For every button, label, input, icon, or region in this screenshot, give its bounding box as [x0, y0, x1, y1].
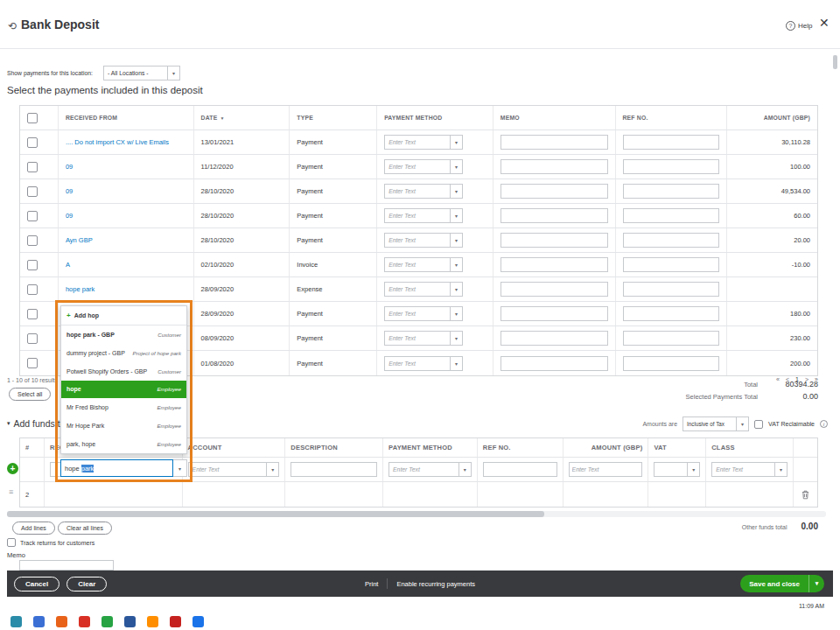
row-checkbox[interactable] — [27, 235, 38, 246]
track-returns-checkbox[interactable] — [7, 538, 16, 547]
row-checkbox[interactable] — [27, 284, 38, 295]
close-icon[interactable]: ✕ — [819, 16, 830, 30]
ref-input[interactable] — [623, 282, 720, 297]
horizontal-scrollbar[interactable] — [7, 511, 826, 517]
memo-input[interactable] — [500, 356, 608, 371]
ref-input[interactable] — [623, 233, 720, 248]
account-select[interactable]: Enter Text▾ — [188, 462, 280, 477]
add-row-icon[interactable]: + — [7, 463, 18, 474]
received-from-link[interactable]: A — [59, 253, 194, 276]
dropdown-option[interactable]: Potwell Shopify Orders - GBP Customer — [61, 362, 186, 381]
class-select[interactable]: Enter Text▾ — [711, 462, 788, 477]
taskbar-app-icon[interactable] — [170, 616, 181, 627]
received-from-link[interactable]: Ayn GBP — [59, 228, 194, 252]
row-checkbox[interactable] — [27, 260, 38, 270]
memo-input[interactable] — [500, 306, 608, 321]
vat-select[interactable]: ▾ — [654, 462, 700, 477]
taskbar-app-icon[interactable] — [56, 616, 67, 627]
payment-method-select[interactable]: Enter Text▾ — [384, 184, 463, 199]
select-all-button[interactable]: Select all — [9, 388, 51, 401]
taskbar-app-icon[interactable] — [33, 616, 45, 627]
amounts-are-select[interactable]: Inclusive of Tax▾ — [682, 416, 749, 431]
description-input[interactable] — [290, 462, 377, 477]
payment-method-select[interactable]: Enter Text▾ — [384, 159, 463, 174]
clear-button[interactable]: Clear — [66, 577, 107, 592]
received-from-link[interactable]: 09 — [59, 204, 194, 228]
payment-method-select[interactable]: Enter Text▾ — [388, 462, 472, 477]
ref-input[interactable] — [623, 306, 720, 321]
dropdown-option-selected[interactable]: hope Employee — [61, 381, 186, 399]
print-button[interactable]: Print — [365, 580, 378, 588]
payment-method-select[interactable]: Enter Text▾ — [384, 306, 463, 321]
memo-input[interactable] — [500, 233, 608, 248]
dropdown-option[interactable]: Mr Hope Park Employee — [61, 416, 186, 435]
dropdown-option[interactable]: park, hope Employee — [61, 435, 186, 453]
payment-method-select[interactable]: Enter Text▾ — [384, 257, 463, 272]
col-date[interactable]: DATE▼ — [194, 106, 290, 130]
chevron-down-icon[interactable]: ▾ — [808, 575, 824, 592]
row-checkbox[interactable] — [27, 137, 38, 148]
save-and-close-button[interactable]: Save and close ▾ — [740, 575, 824, 592]
dropdown-option[interactable]: hope park - GBP Customer — [61, 326, 186, 344]
amount-input[interactable] — [569, 462, 643, 477]
chevron-down-icon[interactable]: ▾ — [173, 459, 187, 477]
dropdown-option[interactable]: Mr Fred Bishop Employee — [61, 398, 186, 416]
recurring-payments-button[interactable]: Enable recurring payments — [396, 580, 475, 588]
received-from-link[interactable]: hope park — [59, 277, 194, 301]
memo-input[interactable] — [500, 159, 608, 174]
received-from-link[interactable]: .... Do not import CX w/ Live Emails — [59, 130, 194, 154]
ref-input[interactable] — [623, 331, 720, 346]
vat-reclaimable-checkbox[interactable] — [754, 420, 763, 429]
delete-row-button[interactable] — [794, 482, 817, 507]
payment-method-select[interactable]: Enter Text▾ — [384, 135, 463, 150]
select-all-checkbox[interactable] — [27, 113, 38, 123]
row-checkbox[interactable] — [27, 309, 38, 319]
memo-input[interactable] — [500, 257, 608, 272]
payment-method-select[interactable]: Enter Text▾ — [384, 282, 463, 297]
memo-input[interactable] — [500, 208, 608, 223]
received-from-link[interactable]: 09 — [59, 155, 194, 178]
payment-method-select[interactable]: Enter Text▾ — [384, 331, 463, 346]
ref-input[interactable] — [623, 208, 720, 223]
info-icon[interactable]: i — [820, 420, 828, 428]
taskbar-app-icon[interactable] — [147, 616, 158, 627]
memo-textarea[interactable] — [19, 560, 114, 570]
memo-input[interactable] — [500, 331, 608, 346]
dropdown-option[interactable]: dummy project - GBP Project of hope park — [61, 344, 186, 362]
ref-input[interactable] — [623, 135, 720, 150]
ref-input[interactable] — [623, 184, 720, 199]
received-from-link[interactable]: 09 — [59, 179, 194, 203]
taskbar-app-icon[interactable] — [124, 616, 136, 627]
row-checkbox[interactable] — [27, 358, 38, 368]
drag-handle-icon[interactable]: ≡ — [9, 487, 13, 496]
vertical-scrollbar[interactable] — [833, 55, 837, 69]
add-new-option[interactable]: +Add hop — [61, 306, 186, 326]
col-account: ACCOUNT — [183, 438, 286, 457]
row-checkbox[interactable] — [27, 333, 38, 344]
payment-method-select[interactable]: Enter Text▾ — [384, 356, 463, 371]
ref-input[interactable] — [623, 257, 720, 272]
add-lines-button[interactable]: Add lines — [12, 522, 55, 535]
memo-input[interactable] — [500, 282, 608, 297]
name-input[interactable]: hope park — [60, 459, 173, 477]
taskbar-app-icon[interactable] — [10, 616, 22, 627]
name-dropdown-list: +Add hop hope park - GBP Customer dummy … — [60, 305, 187, 454]
row-checkbox[interactable] — [27, 162, 38, 172]
ref-input[interactable] — [623, 159, 720, 174]
row-checkbox[interactable] — [27, 186, 38, 197]
payment-method-select[interactable]: Enter Text▾ — [384, 208, 463, 223]
cancel-button[interactable]: Cancel — [14, 577, 60, 592]
taskbar-app-icon[interactable] — [192, 616, 204, 627]
ref-input[interactable] — [483, 462, 557, 477]
memo-input[interactable] — [500, 184, 608, 199]
ref-input[interactable] — [623, 356, 720, 371]
taskbar-app-icon[interactable] — [102, 616, 113, 627]
payment-method-select[interactable]: Enter Text▾ — [384, 233, 463, 248]
row-checkbox[interactable] — [27, 211, 38, 221]
clear-all-lines-button[interactable]: Clear all lines — [58, 522, 112, 535]
location-select[interactable]: - All Locations - ▾ — [103, 66, 180, 80]
scrollbar-thumb[interactable] — [7, 511, 544, 517]
help-button[interactable]: ? Help — [786, 21, 812, 31]
taskbar-app-icon[interactable] — [79, 616, 90, 627]
memo-input[interactable] — [500, 135, 608, 150]
